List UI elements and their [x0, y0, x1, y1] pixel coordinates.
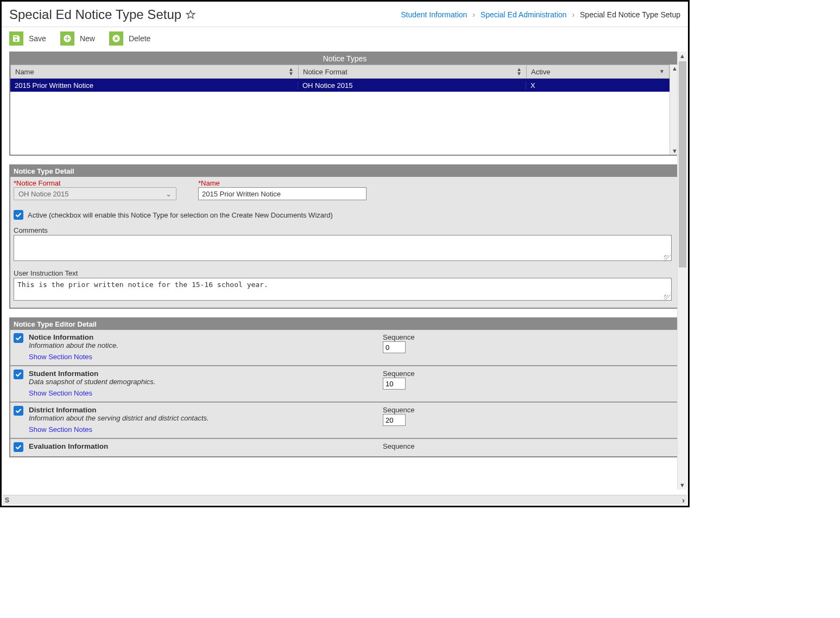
section-checkbox[interactable] — [14, 406, 23, 416]
sort-icon: ▲▼ — [288, 67, 294, 76]
scroll-down-icon[interactable]: ▼ — [679, 481, 685, 489]
notice-format-select[interactable]: OH Notice 2015 ⌄ — [14, 187, 176, 200]
new-button[interactable]: New — [60, 31, 95, 46]
svg-rect-3 — [65, 38, 70, 39]
column-active-label: Active — [531, 68, 550, 76]
user-instruction-textarea[interactable] — [14, 278, 672, 301]
column-active[interactable]: Active ▼ — [527, 65, 669, 78]
name-label: *Name — [198, 179, 367, 187]
section-checkbox[interactable] — [14, 369, 23, 379]
scroll-up-icon[interactable]: ▲ — [679, 52, 685, 60]
section-desc: Data snapshot of student demographics. — [29, 378, 155, 386]
notice-type-row[interactable]: 2015 Prior Written Notice OH Notice 2015… — [10, 79, 670, 92]
delete-button[interactable]: Delete — [109, 31, 150, 46]
show-section-notes-link[interactable]: Show Section Notes — [29, 389, 155, 397]
breadcrumb-link-sped-admin[interactable]: Special Ed Administration — [481, 10, 567, 19]
name-input[interactable] — [198, 187, 367, 200]
sequence-label: Sequence — [383, 442, 676, 450]
scrollbar-thumb[interactable] — [679, 61, 686, 267]
detail-title: Notice Type Detail — [10, 165, 679, 177]
horizontal-scrollbar[interactable]: S › — [3, 495, 687, 505]
sort-icon: ▲▼ — [516, 67, 522, 76]
row-active: X — [526, 81, 670, 90]
breadcrumb-link-student-info[interactable]: Student Information — [401, 10, 467, 19]
notice-types-panel: Notice Types Name ▲▼ Notice Format ▲▼ Ac… — [9, 52, 680, 156]
editor-section-row: Evaluation Information Sequence — [10, 439, 679, 456]
comments-textarea[interactable] — [14, 235, 672, 261]
notice-format-value: OH Notice 2015 — [18, 190, 69, 198]
scroll-right-icon[interactable]: › — [680, 496, 687, 505]
sequence-input[interactable] — [383, 378, 406, 390]
main-content: Notice Types Name ▲▼ Notice Format ▲▼ Ac… — [2, 52, 688, 498]
active-checkbox[interactable] — [14, 210, 23, 220]
notice-types-title: Notice Types — [10, 53, 679, 65]
notice-format-label: *Notice Format — [14, 179, 176, 187]
notice-types-body: 2015 Prior Written Notice OH Notice 2015… — [10, 79, 670, 155]
page-title: Special Ed Notice Type Setup — [9, 7, 181, 22]
notice-type-editor-detail-panel: Notice Type Editor Detail Notice Informa… — [9, 317, 680, 457]
section-checkbox[interactable] — [14, 333, 23, 343]
save-button[interactable]: Save — [9, 31, 46, 46]
new-label: New — [80, 34, 95, 43]
sort-desc-icon: ▼ — [659, 69, 665, 74]
section-title: Evaluation Information — [29, 442, 108, 450]
chevron-right-icon: › — [472, 10, 475, 19]
notice-type-detail-panel: Notice Type Detail *Notice Format OH Not… — [9, 164, 680, 309]
active-label: Active (checkbox will enable this Notice… — [28, 211, 333, 219]
editor-section-row: Notice Information Information about the… — [10, 330, 679, 366]
section-title: District Information — [29, 406, 209, 414]
comments-label: Comments — [14, 226, 676, 234]
sequence-input[interactable] — [383, 414, 406, 426]
section-title: Notice Information — [29, 333, 118, 341]
chevron-down-icon: ⌄ — [166, 190, 172, 198]
delete-circle-icon — [109, 31, 123, 46]
action-toolbar: Save New Delete — [2, 27, 688, 50]
column-format-label: Notice Format — [303, 68, 348, 76]
page-scrollbar[interactable]: ▲ ▼ — [677, 52, 687, 489]
column-format[interactable]: Notice Format ▲▼ — [299, 65, 527, 78]
scroll-left-indicator: S — [5, 496, 9, 504]
page-header: Special Ed Notice Type Setup Student Inf… — [2, 2, 688, 27]
section-desc: Information about the serving district a… — [29, 414, 209, 422]
notice-types-column-headers: Name ▲▼ Notice Format ▲▼ Active ▼ — [10, 65, 670, 79]
editor-section-row: District Information Information about t… — [10, 403, 679, 439]
section-title: Student Information — [29, 369, 155, 378]
sequence-label: Sequence — [383, 369, 676, 378]
delete-label: Delete — [129, 34, 150, 43]
svg-marker-0 — [187, 11, 195, 18]
editor-title: Notice Type Editor Detail — [10, 318, 679, 330]
favorite-star-icon[interactable] — [186, 10, 195, 20]
section-desc: Information about the notice. — [29, 341, 118, 349]
breadcrumb-current: Special Ed Notice Type Setup — [580, 10, 680, 19]
column-name[interactable]: Name ▲▼ — [11, 65, 299, 78]
row-name: 2015 Prior Written Notice — [10, 81, 298, 90]
sequence-input[interactable] — [383, 341, 406, 353]
section-checkbox[interactable] — [14, 442, 23, 452]
row-format: OH Notice 2015 — [298, 81, 526, 90]
editor-section-row: Student Information Data snapshot of stu… — [10, 366, 679, 403]
sequence-label: Sequence — [383, 333, 676, 341]
user-instruction-label: User Instruction Text — [14, 269, 676, 277]
show-section-notes-link[interactable]: Show Section Notes — [29, 425, 209, 434]
breadcrumb: Student Information › Special Ed Adminis… — [401, 10, 680, 19]
save-label: Save — [29, 34, 46, 43]
column-name-label: Name — [15, 68, 34, 76]
chevron-right-icon: › — [572, 10, 574, 19]
sequence-label: Sequence — [383, 406, 676, 414]
save-icon — [9, 31, 23, 46]
plus-circle-icon — [60, 31, 74, 46]
show-section-notes-link[interactable]: Show Section Notes — [29, 353, 118, 361]
